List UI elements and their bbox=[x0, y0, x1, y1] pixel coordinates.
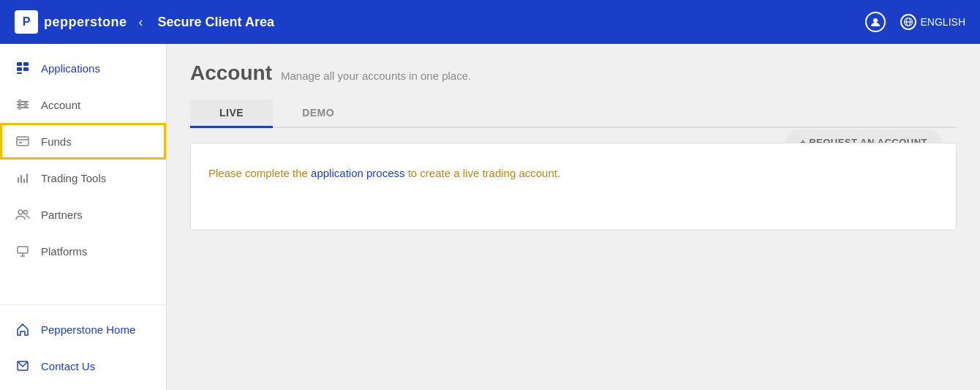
layout: Applications Account bbox=[0, 44, 980, 390]
svg-rect-13 bbox=[18, 105, 21, 110]
svg-rect-8 bbox=[17, 72, 22, 74]
content-wrapper: + REQUEST AN ACCOUNT Please complete the… bbox=[190, 143, 957, 230]
svg-rect-7 bbox=[23, 67, 29, 71]
sidebar-item-funds[interactable]: Funds bbox=[0, 123, 166, 160]
sidebar-divider bbox=[0, 269, 166, 304]
svg-point-19 bbox=[24, 211, 28, 214]
message-prefix: Please complete the bbox=[208, 167, 311, 179]
language-label: ENGLISH bbox=[921, 16, 965, 28]
sidebar-item-trading-tools[interactable]: Trading Tools bbox=[0, 160, 166, 196]
svg-rect-14 bbox=[24, 102, 27, 107]
sidebar-item-label-platforms: Platforms bbox=[41, 245, 87, 258]
main-content: Account Manage all your accounts in one … bbox=[167, 44, 980, 390]
page-title: Account bbox=[190, 61, 272, 85]
svg-rect-20 bbox=[18, 247, 28, 253]
sidebar-item-label-account: Account bbox=[41, 99, 80, 111]
applications-icon bbox=[15, 60, 31, 76]
sidebar: Applications Account bbox=[0, 44, 167, 390]
sidebar-bottom: Pepperstone Home Contact Us bbox=[0, 304, 166, 384]
back-arrow-icon[interactable]: ‹ bbox=[139, 15, 143, 30]
logo-icon: P bbox=[15, 10, 38, 34]
logo-name: pepperstone bbox=[44, 15, 127, 30]
page-subtitle: Manage all your accounts in one place. bbox=[281, 70, 471, 82]
user-profile-button[interactable] bbox=[865, 12, 886, 32]
sidebar-item-label-contact-us: Contact Us bbox=[41, 360, 95, 372]
header-left: P pepperstone ‹ Secure Client Area bbox=[15, 10, 274, 34]
sidebar-item-label-partners: Partners bbox=[41, 209, 83, 221]
svg-rect-15 bbox=[17, 137, 29, 146]
sidebar-item-contact-us[interactable]: Contact Us bbox=[0, 348, 166, 384]
sidebar-item-applications[interactable]: Applications bbox=[0, 50, 166, 86]
trading-tools-icon bbox=[15, 170, 31, 186]
application-process-link[interactable]: application process bbox=[311, 167, 404, 179]
sidebar-item-platforms[interactable]: Platforms bbox=[0, 233, 166, 269]
partners-icon bbox=[15, 206, 31, 222]
user-avatar-icon bbox=[865, 12, 886, 32]
svg-rect-17 bbox=[19, 142, 22, 143]
content-area: Please complete the application process … bbox=[190, 143, 957, 230]
header-title: Secure Client Area bbox=[158, 15, 274, 30]
sidebar-item-label-pepperstone-home: Pepperstone Home bbox=[41, 323, 135, 336]
svg-rect-6 bbox=[17, 67, 22, 71]
header-right: ENGLISH bbox=[865, 12, 965, 32]
platforms-icon bbox=[15, 243, 31, 259]
svg-rect-5 bbox=[23, 62, 29, 66]
logo: P pepperstone bbox=[15, 10, 127, 34]
tab-demo[interactable]: DEMO bbox=[273, 100, 363, 128]
sidebar-item-label-trading-tools: Trading Tools bbox=[41, 172, 106, 184]
page-header: Account Manage all your accounts in one … bbox=[190, 61, 957, 85]
svg-point-18 bbox=[18, 210, 23, 214]
message-suffix: to create a live trading account. bbox=[405, 167, 561, 179]
svg-rect-12 bbox=[18, 100, 21, 104]
language-button[interactable]: ENGLISH bbox=[900, 14, 965, 30]
svg-point-0 bbox=[873, 18, 878, 23]
account-icon bbox=[15, 97, 31, 113]
sidebar-item-partners[interactable]: Partners bbox=[0, 196, 166, 233]
tabs-container: LIVE DEMO bbox=[190, 100, 957, 128]
svg-rect-4 bbox=[17, 62, 22, 66]
application-message: Please complete the application process … bbox=[208, 167, 938, 179]
sidebar-item-pepperstone-home[interactable]: Pepperstone Home bbox=[0, 311, 166, 348]
tab-live[interactable]: LIVE bbox=[190, 100, 273, 128]
funds-icon bbox=[15, 133, 31, 149]
contact-icon bbox=[15, 358, 31, 374]
header: P pepperstone ‹ Secure Client Area bbox=[0, 0, 980, 44]
globe-icon bbox=[900, 14, 916, 30]
sidebar-item-label-applications: Applications bbox=[41, 62, 100, 75]
home-icon bbox=[15, 321, 31, 337]
sidebar-item-label-funds: Funds bbox=[41, 135, 72, 148]
sidebar-item-account[interactable]: Account bbox=[0, 86, 166, 123]
